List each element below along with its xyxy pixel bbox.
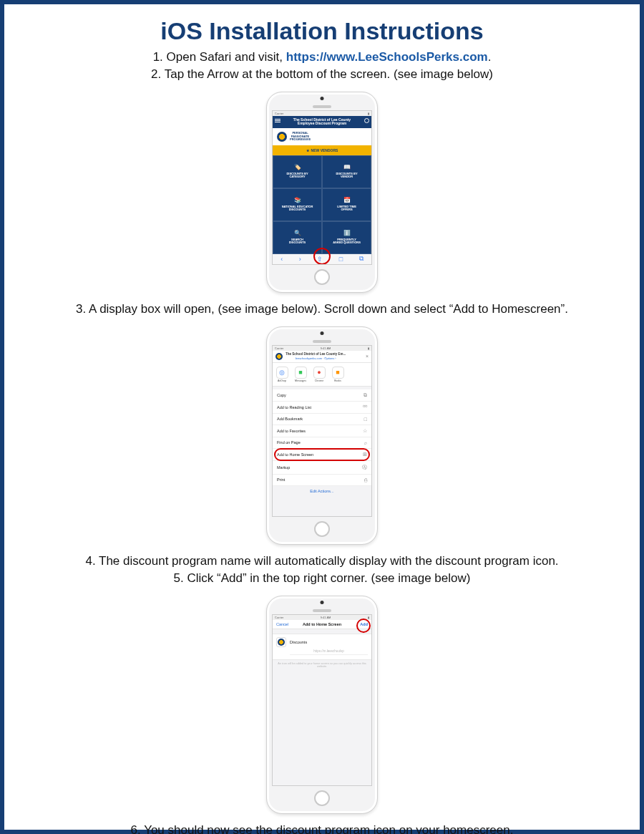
step-4: 4. The discount program name will automa… [26,553,618,570]
step-6: 6. You should now see the discount progr… [26,823,618,834]
perks-link[interactable]: https://www.LeeSchoolsPerks.com [286,50,488,64]
app-airdrop[interactable]: ◎AirDrop [275,367,288,382]
action-markup[interactable]: MarkupⒶ [273,461,371,475]
status-time: 9:41 AM [321,346,331,350]
hint-text: An icon will be added to your home scree… [273,660,371,669]
app-books[interactable]: ■Books [331,367,344,382]
cancel-button[interactable]: Cancel [276,622,288,626]
shortcut-row: Discounts [276,637,368,647]
status-carrier: Carrier [275,616,283,619]
shortcut-icon [276,637,286,647]
airdrop-icon: ◎ [276,367,288,379]
phone-mock-3: Carrier 9:41 AM ▮ Cancel Add to Home Scr… [26,596,618,814]
phone-mock-1: Carrier ▮ The School District of Lee Cou… [26,92,618,293]
messages-icon: ■ [295,367,307,379]
bookmarks-icon[interactable]: □ [339,256,343,263]
tag-icon: 🏷️ [294,165,301,171]
share-apps-row: ◎AirDrop ■Messages ●Chrome ■Books [273,363,371,387]
iphone-frame-3: Carrier 9:41 AM ▮ Cancel Add to Home Scr… [266,596,378,814]
site-options[interactable]: leeschoolsperks.com · Options › [286,357,346,360]
tabs-icon[interactable]: ⧉ [359,255,364,263]
home-button[interactable] [314,269,330,285]
header-line-2: Employee Discount Program [281,122,363,126]
share-icon[interactable]: ⇧ [317,256,323,263]
screen-3: Carrier 9:41 AM ▮ Cancel Add to Home Scr… [272,614,372,786]
grid-national-educator[interactable]: 📚NATIONAL EDUCATORDISCOUNTS [273,188,322,221]
home-button[interactable] [314,521,330,537]
status-bar: Carrier ▮ [273,111,371,116]
share-actions-list: Copy⧉ Add to Reading Listᴼᴼ Add Bookmark… [273,389,371,486]
shortcut-name[interactable]: Discounts [290,640,307,644]
shortcut-url: https://m.leeschoolsp [290,647,368,655]
add-home-nav-bar: Cancel Add to Home Screen Add [273,620,371,629]
speaker-slot [313,609,331,612]
copy-icon: ⧉ [364,392,367,398]
home-button[interactable] [314,790,330,806]
book-icon: 📖 [343,165,351,171]
camera-dot [321,601,324,604]
action-print[interactable]: Print⎙ [273,475,371,486]
status-bar: Carrier 9:41 AM ▮ [273,615,371,620]
status-time: 9:41 AM [321,616,331,619]
step-1-text-b: . [488,50,492,64]
close-icon[interactable]: × [366,354,369,359]
steps-block-2: 4. The discount program name will automa… [26,553,618,587]
grid-limited-time[interactable]: 📅LIMITED TIMEOFFERS [322,188,371,221]
action-find[interactable]: Find on Page⌕ [273,437,371,449]
logo-strip: PERSONAL PASSIONATE PROGRESSIVE [273,128,371,145]
status-battery: ▮ [368,346,369,350]
site-header: The School District of Lee County Employ… [273,116,371,128]
status-carrier: Carrier [275,346,283,350]
instruction-page: iOS Installation Instructions 1. Open Sa… [0,0,644,834]
edit-actions[interactable]: Edit Actions... [273,486,371,496]
step-1-text-a: 1. Open Safari and visit, [153,50,286,64]
speaker-slot [313,105,331,108]
search-icon[interactable] [364,118,369,123]
magnifier-icon: 🔍 [294,231,301,237]
page-title: iOS Installation Instructions [26,17,618,45]
books-app-icon: ■ [332,367,344,379]
add-button[interactable]: Add [360,622,368,626]
hamburger-icon[interactable] [275,118,280,124]
step-2: 2. Tap the Arrow at the bottom of the sc… [26,67,618,83]
action-bookmark[interactable]: Add Bookmark□ [273,414,371,425]
tagline: PERSONAL PASSIONATE PROGRESSIVE [290,132,311,141]
action-reading-list[interactable]: Add to Reading Listᴼᴼ [273,402,371,414]
screen-2: Carrier 9:41 AM ▮ The School District of… [272,345,372,517]
back-icon[interactable]: ‹ [280,256,283,263]
site-info: The School District of Lee County Em... … [286,353,346,360]
grid-discounts-category[interactable]: 🏷️DISCOUNTS BYCATEGORY [273,155,322,188]
action-add-home-screen[interactable]: Add to Home Screen⊞ [273,449,371,461]
glasses-icon: ᴼᴼ [363,404,367,410]
district-seal-icon [277,132,287,142]
step-3: 3. A display box will open, (see image b… [26,301,618,318]
add-home-icon: ⊞ [363,452,367,457]
grid-faq[interactable]: ℹ️FREQUENTLYASKED QUESTIONS [322,221,371,254]
step-1: 1. Open Safari and visit, https://www.Le… [26,49,618,66]
grid-search[interactable]: 🔍SEARCHDISCOUNTS [273,221,322,254]
new-vendors-banner[interactable]: NEW VENDORS [273,145,371,155]
status-battery: ▮ [368,616,369,619]
books-icon: 📚 [294,198,301,204]
action-favorites[interactable]: Add to Favorites☆ [273,425,371,437]
star-icon: ☆ [363,428,367,434]
forward-icon[interactable]: › [299,256,301,263]
tag-l3: PROGRESSIVE [290,138,311,141]
app-messages[interactable]: ■Messages [294,367,307,382]
print-icon: ⎙ [364,477,367,483]
grid-discounts-vendor[interactable]: 📖DISCOUNTS BYVENDOR [322,155,371,188]
action-copy[interactable]: Copy⧉ [273,389,371,402]
nav-title: Add to Home Screen [303,622,341,626]
steps-block-1: 1. Open Safari and visit, https://www.Le… [26,49,618,83]
screen-1: Carrier ▮ The School District of Lee Cou… [272,110,372,265]
app-chrome[interactable]: ●Chrome [313,367,326,382]
share-sheet-header: The School District of Lee County Em... … [273,351,371,363]
step-5: 5. Click “Add” in the top right corner. … [26,571,618,587]
speaker-slot [313,340,331,343]
phone-mock-2: Carrier 9:41 AM ▮ The School District of… [26,326,618,545]
shortcut-card: Discounts https://m.leeschoolsp [273,634,371,660]
home-grid: 🏷️DISCOUNTS BYCATEGORY 📖DISCOUNTS BYVEND… [273,155,371,254]
iphone-frame-2: Carrier 9:41 AM ▮ The School District of… [266,326,378,545]
site-seal-icon [275,353,283,360]
seal-icon [278,639,285,646]
